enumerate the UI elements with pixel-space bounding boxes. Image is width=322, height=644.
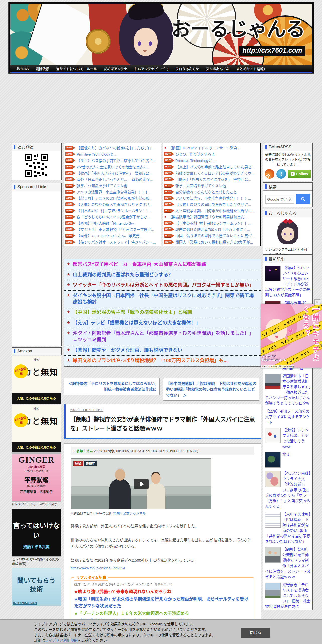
hot-list-item[interactable]: HOT! 太平洋戦争末期、旧海軍が中枢機能を長野県に... xyxy=(164,207,259,214)
site-banner[interactable]: おーるじゃんる http://crx7601.com xyxy=(10,4,312,65)
chrysanthemum-decoration xyxy=(86,29,111,54)
book-caption[interactable]: GINGERジンジャー 2023年1月号 xyxy=(12,502,61,507)
hot-list-item[interactable]: HOT! 【動画】「外国人スパイに注意を」 警視庁公... xyxy=(65,170,160,176)
latest-article-link[interactable]: 【ヘルソン前線】ウクライナ兵「状況は厳しい、露軍の招集兵の群がひたすら『ウラー（… xyxy=(265,469,311,510)
hot-list-item[interactable]: HOT! 【炎上】バス停の手前で路上駐車していた男さ... xyxy=(164,164,259,170)
nav-link[interactable]: ワロタあんてな xyxy=(172,66,202,71)
hot-list-item[interactable]: HOT! Primitive Technologyと... xyxy=(65,151,160,157)
cookie-close-button[interactable]: 閉じる xyxy=(241,628,270,638)
book-cover-baka-to-muchi[interactable]: 橘玲 バカと無知 50万部突破 人間、この不都合な生きもの xyxy=(12,405,61,453)
book-cover-ittewa-ikenai[interactable]: 言ってはいけない 残酷すぎる真実 xyxy=(12,509,61,557)
section-title: Twitter&RSS xyxy=(269,145,291,149)
hot-list-item[interactable]: HOT! 【日本の4番】村上宗隆2ランホームラン！！... xyxy=(164,220,259,226)
realtime-item-link[interactable]: ★「プーチンの料理人」１６年の米大統領選への干渉認める xyxy=(74,610,251,617)
hot-list-item[interactable]: ▶ 【動画】K-POPアイドルのコンサート緊急... xyxy=(164,145,259,151)
hot-list-item[interactable]: HOT! 【天罰】夏祭りの露店で荒稼ぎしたヤクザさ... xyxy=(164,201,259,207)
twitter-icon[interactable]: t xyxy=(276,169,286,179)
hot-list-item[interactable]: HOT! 韓国に逃げた脱北者700人以上がカナダに亡... xyxy=(164,226,259,232)
latest-article-link[interactable]: 【朗報】警視庁公安部が豪華俳優陣でドラマ制作「外国人スパイに注意を」ストレート過… xyxy=(265,545,311,581)
headline-list: ★ 都営バス“双子用ベビーカー乗車拒否”大山加奈さんに都が謝罪 ★ 山上裁判の裁… xyxy=(64,259,261,367)
nav-link[interactable]: しぃアンテナ(*゜ー゜) xyxy=(131,66,172,71)
realtime-item-link[interactable]: ★銃より強い武器って未来永劫現れないんだろうね xyxy=(74,589,251,595)
hot-list-item[interactable]: HOT! アメリカ法曹界、小室圭争奪戦勃発！！！！... xyxy=(164,195,259,201)
hot-list-item[interactable]: HOT! 2/2昔の恋人に金を貢いでその借金を実家に... xyxy=(65,164,160,170)
hot-item-link: アメリカ法曹界、小室圭争奪戦勃発！！！！... xyxy=(77,189,152,194)
book-cover-baka-to-muchi[interactable]: 橘玲 バカと無知 50万部突破 人間、この不都合な生きもの xyxy=(12,356,61,404)
headline-item[interactable]: ★ 山上裁判の裁判員に選ばれたら量刑どうする？ xyxy=(64,270,261,280)
book-cover-kiku-gijutsu[interactable]: 聞いてもらう 技術 CHIKUMA SHINSHO xyxy=(12,568,61,606)
headline-item[interactable]: ★ 【悲報】日本のステーキ肉さん、うっかり海外大会で無双してしまうww xyxy=(64,366,261,367)
headline-item[interactable]: ★ 沖タイ・阿部記者「青木理さんと「那覇市長選挙・ひろゆき問題」を話しました！」… xyxy=(64,328,261,345)
latest-article-link[interactable]: 【11/9】引用ソース部分の文字サイズに関するアンケート xyxy=(265,407,311,426)
game-ad-banner[interactable]: KEEP OUT KEEP OUT KEEP OUT KEEP OUT KEEP… xyxy=(261,304,322,368)
headline-item[interactable]: ★ 【悲報】転売ヤーがダメな理由、誰も説明できない xyxy=(64,345,261,356)
twitter-description: 最新情報や欲しい物リストお礼の看板猫オフショットなどを投稿しています。 xyxy=(263,151,312,168)
article-title[interactable]: 【朗報】警視庁公安部が豪華俳優陣でドラマ制作「外国人スパイに注意を」ストレート過… xyxy=(70,415,257,433)
headline-item[interactable]: ★ 【えw】テレビ「爆撃機とは思えないほどの大きな機体！」 xyxy=(64,318,261,329)
headline-item[interactable]: ★ ダイキンも脱中国→日本回帰 社長「中国生産はリスクに対応できず」関東で新工場… xyxy=(64,291,261,307)
hot-list-item[interactable]: HOT! 【マジキチ】東大准教授「『名画にスープ投げ... xyxy=(65,226,160,232)
arrow-bullet-icon: ▶ xyxy=(165,215,167,218)
hot-list-item[interactable]: HOT! 【画像】YouTuberヒカルさん、浮気発... xyxy=(65,232,160,239)
hot-list-item[interactable]: ▶ 【梨泰院事故】韓国警察「ウサギ耳男は無実だ... xyxy=(164,214,259,220)
headline-item[interactable]: ★ 岸田文雄のプランはやっぱり増税地獄？「100万円ステルス負担増」も... xyxy=(64,356,261,366)
hot-list-item[interactable]: HOT! 客「どうしてもPCのCPUの温度が下がらな... xyxy=(65,214,160,220)
video-player[interactable]: 極秘 警視庁 xyxy=(71,458,211,509)
hot-list-item[interactable]: HOT! 【動画】「外国人スパイに注意を」 警視庁公... xyxy=(164,176,259,182)
hot-list-item[interactable]: HOT! 【天罰】夏祭りの露店で荒稼ぎしたヤクザさ... xyxy=(65,201,160,207)
nav-link[interactable]: 5ch.net xyxy=(13,67,32,70)
hot-list-item[interactable]: HOT! 【画像】中国人絵師「Nintendo Sw... xyxy=(65,220,160,226)
hot-list-item[interactable]: HOT! 韓国人「製品において最も信頼できる3カ国が... xyxy=(164,239,259,245)
search-row xyxy=(263,191,312,208)
ad-close-button[interactable]: ✕ xyxy=(314,299,320,305)
hot-list-item[interactable]: HOT! 自分は疲れてるんだなと実感したこと xyxy=(164,189,259,195)
play-button[interactable] xyxy=(134,479,149,489)
next-article-link[interactable]: 【米中間選速報】上院は接戦 下院は共和党が奪還の勢い!!報道「共和党の勢いは当初… xyxy=(163,378,259,401)
hot-list-item[interactable]: HOT! 【画像あり】カバネリの設定6を打ったらボロ... xyxy=(65,145,160,151)
prev-article-link[interactable]: ＜細野豪志「テロリストを成功者にしてはならない」 旧統一教会被害者救済法作成に xyxy=(64,378,160,395)
hot-list-item[interactable]: HOT! 雑学、豆知識を挙げてくスレ他 xyxy=(164,182,259,189)
nav-link[interactable]: 当サイトについて・ルール xyxy=(53,66,100,71)
hot-list-item[interactable]: HOT! 【日本の4番】村上宗隆2ランホームラン！！... xyxy=(65,207,160,214)
search-button[interactable] xyxy=(296,194,310,204)
realtime-item-link[interactable]: ★韓国「興国生命」が永久債の早期償還を行えなかった理由が判明、まだペナルティを受… xyxy=(74,596,251,609)
rss-icon[interactable] xyxy=(265,169,274,179)
hot-list-item[interactable]: HOT! ひとつ、作り話をするよ xyxy=(164,151,259,157)
hot-item-link: アメリカ法曹界、小室圭争奪戦勃発！！！！... xyxy=(175,195,251,201)
feedly-follow-button[interactable]: f Follow xyxy=(288,170,311,178)
latest-article-link[interactable]: 【動画】K-POPアイドルのコンサート緊急中止「アイドルが景品投げ観客がステージ… xyxy=(265,264,311,299)
article-paragraph: 警視庁公安部は2021年から企業延べ2,500社以上に啓発活動を行っている。 xyxy=(71,557,254,564)
latest-article-link[interactable]: 【米中間選速報】上院は接戦 下院は共和党が奪還の勢い!!報道「共和党の勢いは当初… xyxy=(265,510,311,546)
hot-list-item[interactable]: HOT! 【炎上】バス停の手前で路上駐車していた男さ... xyxy=(65,157,160,164)
source-link[interactable]: https://www.fnn.jp/articles/-/442324 xyxy=(71,566,254,570)
section-title: 検索 xyxy=(269,184,277,190)
nav-link[interactable]: だめぽアンテナ xyxy=(100,66,131,71)
hot-list-item[interactable]: HOT! 中国、張りぼての軍隊では勝てないことに気づ... xyxy=(164,232,259,239)
headline-item[interactable]: ★ 【中国】迷彩服の習主席「戦争の準備強化せよ」と強調 xyxy=(64,307,261,318)
hot-list-item[interactable]: HOT! Primitive Technologyと... xyxy=(164,157,259,164)
search-input[interactable] xyxy=(265,195,294,204)
terms-link[interactable]: ライブドア利用規約 xyxy=(45,638,78,642)
hot-list-item[interactable]: HOT! 雑学、豆知識を挙げてくスレ他 xyxy=(65,182,160,189)
latest-article-link[interactable]: 細野豪志「テロリストを成功者にしてはならない」 旧統一教会被害者救済法作成に xyxy=(265,581,311,610)
hot-list-item[interactable]: HOT! 【侍ジャパン対オーストラリア】侍ジャパン・... xyxy=(65,239,160,245)
hot-list-item[interactable]: HOT! 海外「日本が正しかったんだ...」 資源の確保... xyxy=(65,176,160,182)
hot-list-item[interactable]: HOT! アメリカ法曹界、小室圭争奪戦勃発！！！！... xyxy=(65,189,160,195)
hot-item-link: 韓国に逃げた脱北者700人以上がカナダに亡... xyxy=(175,227,250,232)
headline-item[interactable]: ★ 都営バス“双子用ベビーカー乗車拒否”大山加奈さんに都が謝罪 xyxy=(64,259,261,270)
latest-article-link[interactable]: 北ミ xyxy=(265,450,311,469)
nav-link[interactable]: まとめサイト速報+ xyxy=(233,66,269,71)
youtube-channel-link[interactable]: 警視庁公式チャンネル xyxy=(113,511,146,515)
hot-item-link: 【マジキチ】東大准教授「『名画にスープ投げ... xyxy=(77,227,154,232)
latest-article-link[interactable]: 韓国清州市「日本の建築様式旧庁舎を壊します」→動画報道見たらハンマー持ったおじさ… xyxy=(265,372,311,408)
hot-list-item[interactable]: HOT! 【艦これ】アニメの栗田艦隊の影が実艦の形... xyxy=(65,195,160,201)
latest-article-link[interactable]: 【速報】トランプ大統領、ガチで復活しそうwww xyxy=(265,426,311,450)
headline-item[interactable]: ★ ツイッター「今のリベラルは分断とヘイトの悪の集団。パヨクは一掃するしか無い」 xyxy=(64,280,261,291)
nav-link[interactable]: 削除依頼 xyxy=(32,66,53,71)
book-caption[interactable]: 言ってはいけない-残酷すぎる真実-(新潮新書) xyxy=(12,557,61,566)
magazine-cover-ginger[interactable]: GINGER 2023年1月号 11月22日(火)発売予定 平野紫耀 (King… xyxy=(12,453,61,502)
hot-list-item[interactable]: HOT! 前線で突撃してくるロシア兵の数が多すぎてウ... xyxy=(164,170,259,176)
post-meta: 1: 名無しさん 2022/11/09(水) 08:31:05.51 ID:yS… xyxy=(71,447,254,455)
sponsored-links-box: Sponsored Links xyxy=(12,183,62,346)
nav-link[interactable]: ヌルポあんてな xyxy=(202,66,233,71)
